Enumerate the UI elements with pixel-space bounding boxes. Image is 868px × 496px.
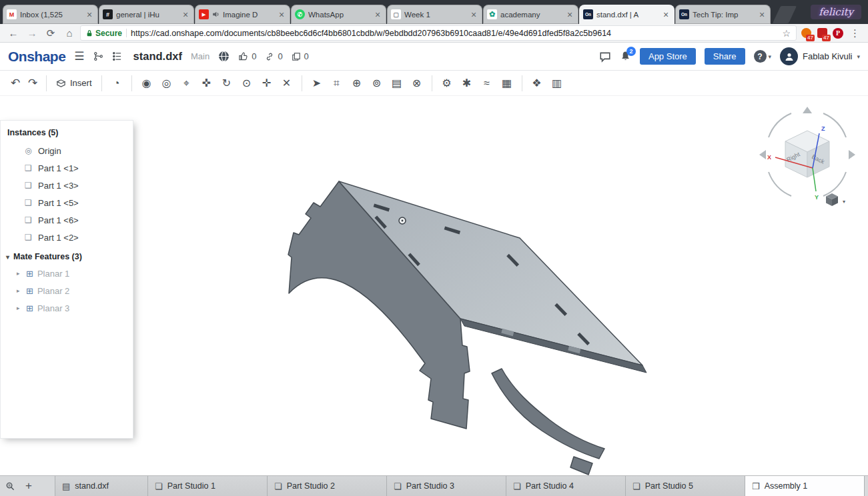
mate-feature-planar[interactable]: ▸ ⊞ Planar 2 — [1, 282, 133, 299]
tab-close-icon[interactable]: × — [277, 9, 286, 20]
instance-part[interactable]: ❑ Part 1 <6> — [1, 211, 133, 229]
relation-icon[interactable]: ✱ — [457, 73, 477, 93]
implicit-mate-icon[interactable]: ⊚ — [367, 73, 387, 93]
app-store-button[interactable]: App Store — [640, 48, 696, 65]
origin-marker[interactable] — [399, 217, 406, 224]
home-button[interactable]: ⌂ — [61, 27, 77, 39]
chat-icon[interactable] — [599, 51, 611, 63]
chevron-right-icon[interactable]: ▸ — [17, 270, 22, 277]
view-cube[interactable]: Right Back X Z Y ▾ — [759, 107, 855, 206]
tab-close-icon[interactable]: × — [661, 9, 671, 20]
forward-button[interactable]: → — [24, 27, 40, 39]
browser-tab-whatsapp[interactable]: ✆ WhatsApp × — [291, 5, 386, 24]
side-panel-right-foot[interactable] — [570, 457, 592, 475]
browser-tab-tech-tip[interactable]: On Tech Tip: Imp × — [675, 5, 771, 24]
undo-icon[interactable]: ↶ — [7, 73, 24, 93]
tab-part-studio-1[interactable]: ❏ Part Studio 1 — [148, 476, 268, 496]
tab-close-icon[interactable]: × — [373, 9, 382, 20]
tab-close-icon[interactable]: × — [85, 9, 94, 20]
browser-tab-stand-dxf[interactable]: On stand.dxf | A × — [579, 5, 675, 24]
feature-list-icon[interactable] — [112, 51, 122, 61]
group-icon[interactable]: ◎ — [157, 73, 177, 93]
tab-assembly-1[interactable]: ❒ Assembly 1 — [745, 476, 865, 496]
browser-tab-academany[interactable]: ✿ academany × — [483, 5, 578, 24]
tab-close-icon[interactable]: × — [757, 9, 767, 20]
pattern-icon[interactable]: ▦ — [497, 73, 517, 93]
new-tab-button[interactable] — [773, 6, 797, 23]
url-box[interactable]: Secure https://cad.onshape.com/documents… — [80, 25, 797, 41]
instance-part[interactable]: ❑ Part 1 <2> — [1, 229, 133, 246]
tab-close-icon[interactable]: × — [565, 9, 574, 20]
versions-icon[interactable] — [93, 51, 103, 61]
instance-origin[interactable]: ◎ Origin — [1, 142, 133, 159]
mate-icon[interactable]: ◉ — [137, 73, 157, 93]
assembly-model[interactable] — [288, 181, 646, 475]
chevron-down-icon[interactable]: ▾ — [6, 253, 9, 261]
box-select-icon[interactable]: ⌗ — [327, 73, 347, 93]
instance-part[interactable]: ❑ Part 1 <1> — [1, 159, 133, 177]
bookmark-star-icon[interactable]: ☆ — [782, 28, 791, 39]
help-menu-button[interactable]: ? ▾ — [754, 50, 772, 63]
notifications-button[interactable]: 2 — [620, 51, 631, 62]
mate-features-header[interactable]: ▾ Mate Features (3) — [1, 246, 133, 265]
gear-relation-icon[interactable]: ⚙ — [437, 73, 457, 93]
history-icon[interactable]: ◔ — [107, 73, 127, 93]
tab-part-studio-2[interactable]: ❏ Part Studio 2 — [268, 476, 387, 496]
instance-part[interactable]: ❑ Part 1 <5> — [1, 194, 133, 211]
pinterest-extension-button[interactable]: P — [831, 27, 845, 40]
graphics-area[interactable]: Right Back X Z Y ▾ Instance — [0, 96, 868, 475]
like-counter[interactable]: 0 — [238, 51, 256, 61]
browser-tab-week1[interactable]: ▢ Week 1 × — [387, 5, 482, 24]
delete-part-icon[interactable]: ✕ — [277, 73, 297, 93]
select-icon[interactable]: ➤ — [307, 73, 327, 93]
insert-part-icon[interactable]: ⊕ — [347, 73, 367, 93]
exploded-view-icon[interactable]: ❖ — [527, 73, 547, 93]
extension-button-2[interactable]: 47 — [815, 27, 829, 40]
insert-button[interactable]: Insert — [51, 73, 97, 93]
move-part-icon[interactable]: ✜ — [197, 73, 217, 93]
rotate-up-arrow[interactable] — [803, 107, 812, 113]
screw-relation-icon[interactable]: ≈ — [477, 73, 497, 93]
chevron-right-icon[interactable]: ▸ — [17, 287, 22, 294]
tab-close-icon[interactable]: × — [181, 9, 190, 20]
instances-header[interactable]: Instances (5) — [1, 121, 133, 142]
link-counter[interactable]: 0 — [265, 51, 282, 61]
named-views-icon[interactable]: ▥ — [547, 73, 567, 93]
user-menu-button[interactable]: Fablab Kivuli ▾ — [780, 47, 860, 65]
view-options-button[interactable]: ▾ — [826, 193, 845, 206]
rotate-left-arrow[interactable] — [759, 150, 766, 159]
share-button[interactable]: Share — [705, 48, 745, 65]
bom-table-icon[interactable]: ▤ — [387, 73, 407, 93]
workspace-name[interactable]: Main — [191, 51, 209, 61]
tab-manager-button[interactable] — [0, 476, 20, 496]
tab-audio-icon[interactable] — [212, 11, 220, 18]
url-text[interactable]: https://cad.onshape.com/documents/cb8bee… — [131, 29, 778, 38]
browser-menu-button[interactable]: ⋮ — [847, 27, 863, 39]
mate-feature-planar[interactable]: ▸ ⊞ Planar 1 — [1, 265, 133, 282]
snap-mode-icon[interactable]: ⊙ — [237, 73, 257, 93]
browser-tab-gmail[interactable]: M Inbox (1,525 × — [3, 5, 98, 24]
instance-part[interactable]: ❑ Part 1 <3> — [1, 177, 133, 194]
rotate-right-arrow[interactable] — [849, 150, 855, 159]
onshape-logo[interactable]: Onshape — [8, 49, 65, 65]
mate-feature-planar[interactable]: ▸ ⊞ Planar 3 — [1, 299, 133, 317]
secure-indicator[interactable]: Secure — [86, 29, 122, 38]
rotate-part-icon[interactable]: ↻ — [217, 73, 237, 93]
chevron-right-icon[interactable]: ▸ — [17, 305, 22, 311]
extension-button-1[interactable]: 47 — [799, 27, 813, 40]
browser-tab-slack[interactable]: # general | iHu × — [99, 5, 194, 24]
tab-stand-dxf[interactable]: ▤ stand.dxf — [55, 476, 148, 496]
tab-part-studio-5[interactable]: ❏ Part Studio 5 — [626, 476, 745, 496]
side-panel-right[interactable] — [492, 369, 604, 459]
tab-close-icon[interactable]: × — [469, 9, 478, 20]
interference-icon[interactable]: ⊗ — [407, 73, 427, 93]
tab-part-studio-4[interactable]: ❏ Part Studio 4 — [506, 476, 626, 496]
tab-part-studio-3[interactable]: ❏ Part Studio 3 — [387, 476, 506, 496]
mate-connector-icon[interactable]: ⌖ — [177, 73, 197, 93]
copy-counter[interactable]: 0 — [292, 51, 309, 61]
new-tab-button-bottom[interactable]: + — [20, 476, 37, 496]
public-globe-icon[interactable] — [218, 51, 230, 62]
back-button[interactable]: ← — [5, 27, 21, 39]
main-menu-icon[interactable]: ☰ — [74, 49, 84, 63]
redo-icon[interactable]: ↷ — [24, 73, 41, 93]
